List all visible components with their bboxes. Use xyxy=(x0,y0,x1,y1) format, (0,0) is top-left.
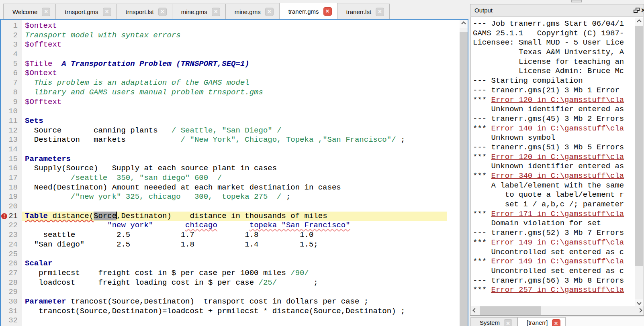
code-text: This problem is an adaptation of the GAM… xyxy=(22,78,249,88)
code-line-6[interactable]: 6$Ontext xyxy=(1,69,460,78)
scroll-up-icon[interactable] xyxy=(635,18,643,26)
line-number: 9 xyxy=(1,98,22,107)
line-number: 8 xyxy=(1,88,22,98)
tab-close-icon[interactable]: ✕ xyxy=(103,8,111,16)
code-line-8[interactable]: 8 library and GAMS users manual problem … xyxy=(1,88,460,98)
code-line-7[interactable]: 7 This problem is an adaptation of the G… xyxy=(1,78,460,88)
log-text-segment: *** xyxy=(473,210,491,218)
code-line-5[interactable]: 5$Title A Transportation Problem (TRNSPO… xyxy=(1,59,460,69)
tab-close-icon[interactable]: ✕ xyxy=(376,8,384,16)
scroll-down-icon[interactable] xyxy=(635,299,643,307)
code-line-10[interactable]: 10 xyxy=(1,107,460,116)
line-number: 31 xyxy=(1,307,22,316)
tab-close-icon[interactable]: ✕ xyxy=(42,8,50,16)
scroll-right-icon[interactable] xyxy=(636,306,644,314)
code-line-20[interactable]: 20 xyxy=(1,202,460,212)
tab-close-icon[interactable]: ✕ xyxy=(158,8,167,16)
code-line-17[interactable]: 17 /seattle 350, "san diego" 600 / xyxy=(1,173,460,183)
log-line-17: *** Error 340 in C:\gamsstuff\cla xyxy=(473,171,624,181)
scroll-left-icon[interactable] xyxy=(471,306,479,314)
tab-close-icon[interactable]: ✕ xyxy=(504,319,512,326)
log-line-19: to quote a label/element r xyxy=(473,190,624,200)
code-line-12[interactable]: 12 Source canning plants / Seattle, "San… xyxy=(1,126,460,136)
line-number: 2 xyxy=(1,31,22,41)
error-link[interactable]: Error 120 in C:\gamsstuff\cla xyxy=(491,96,624,104)
error-link[interactable]: Error 171 in C:\gamsstuff\cla xyxy=(491,210,624,218)
line-number: 12 xyxy=(1,126,22,136)
code-text: "new york" chicago topeka "San Francisco… xyxy=(22,221,350,230)
line-number: 6 xyxy=(1,69,22,78)
tab-label: [tranerr] xyxy=(527,319,548,326)
log-text-segment: *** xyxy=(473,124,491,133)
editor-vertical-scrollbar[interactable] xyxy=(460,20,468,326)
line-number: 14 xyxy=(1,145,22,155)
log-vertical-scrollbar[interactable] xyxy=(635,18,643,307)
editor-tab-trnsport.lst-2[interactable]: trnsport.lst✕ xyxy=(117,4,172,19)
code-line-4[interactable]: 4 xyxy=(1,50,460,59)
code-line-19[interactable]: 19 /"new york" 325, chicago 300, topeka … xyxy=(1,192,460,202)
code-line-29[interactable]: 29 xyxy=(1,287,460,297)
editor-tab-mine.gms-3[interactable]: mine.gms✕ xyxy=(172,4,226,19)
editor-tab-mine.gms-4[interactable]: mine.gms✕ xyxy=(226,4,279,19)
log-vscrollbar-thumb[interactable] xyxy=(635,26,643,266)
code-line-18[interactable]: 18 Need(Destinaton) Amount neeeded at ea… xyxy=(1,183,460,193)
code-line-11[interactable]: 11Sets xyxy=(1,116,460,126)
tab-close-icon[interactable]: ✕ xyxy=(552,319,560,326)
code-line-14[interactable]: 14 xyxy=(1,145,460,155)
code-area[interactable]: 1$ontext2Transport model with syntax err… xyxy=(1,21,460,326)
log-tab-System[interactable]: System✕ xyxy=(470,317,517,326)
error-link[interactable]: Error 140 in C:\gamsstuff\cla xyxy=(491,124,624,133)
code-line-2[interactable]: 2Transport model with syntax errors xyxy=(1,31,460,41)
code-line-21[interactable]: 21Table distance(Sorce,Destinaton) dista… xyxy=(1,212,460,221)
code-line-31[interactable]: 31 trancost(Source,Destinaton)=loadcost … xyxy=(1,307,460,316)
code-line-28[interactable]: 28 loadcost freight loading cost in $ pe… xyxy=(1,278,460,288)
tab-close-icon[interactable]: ✕ xyxy=(265,8,274,16)
line-number: 25 xyxy=(1,250,22,259)
log-horizontal-scrollbar[interactable] xyxy=(471,306,644,315)
code-text: Scalar xyxy=(22,259,52,269)
tab-close-icon[interactable]: ✕ xyxy=(212,8,220,16)
error-link[interactable]: Error 257 in C:\gamsstuff\cla xyxy=(491,285,624,294)
log-area[interactable]: --- Job tranerr.gms Start 06/04/1GAMS 25… xyxy=(470,17,644,316)
error-link[interactable]: Error 340 in C:\gamsstuff\cla xyxy=(491,171,624,180)
code-text xyxy=(22,316,25,326)
code-line-32[interactable]: 32 xyxy=(1,316,460,326)
code-line-30[interactable]: 30Parameter trancost(Source,Destinaton) … xyxy=(1,297,460,307)
code-line-27[interactable]: 27 prmilecst freight cost in $ per case … xyxy=(1,269,460,278)
line-number: 13 xyxy=(1,135,22,145)
code-line-24[interactable]: 24 "San diego" 2.5 1.8 1.4 1.5; xyxy=(1,240,460,250)
log-text-segment: *** xyxy=(473,171,491,180)
error-link[interactable]: Error 120 in C:\gamsstuff\cla xyxy=(491,153,624,161)
code-line-15[interactable]: 15Parameters xyxy=(1,155,460,164)
splitter-handle[interactable] xyxy=(571,0,582,2)
log-hscrollbar-thumb[interactable] xyxy=(480,306,541,315)
log-tab-[tranerr][interactable]: [tranerr]✕ xyxy=(517,317,566,326)
editor-tab-tranerr.lst-6[interactable]: tranerr.lst✕ xyxy=(337,4,390,19)
error-link[interactable]: Error 149 in C:\gamsstuff\cla xyxy=(491,238,624,247)
dock-float-icon[interactable] xyxy=(634,8,640,13)
scroll-up-icon[interactable] xyxy=(460,20,468,28)
editor-tab-tranerr.gms-5[interactable]: tranerr.gms✕ xyxy=(279,3,337,19)
log-text-segment: set i / a,b,c /; parameter xyxy=(473,200,624,209)
code-line-25[interactable]: 25 xyxy=(1,250,460,259)
code-text: trancost(Source,Destinaton)=loadcost + p… xyxy=(22,307,405,316)
code-line-9[interactable]: 9$Offtext xyxy=(1,98,460,107)
log-text: --- Job tranerr.gms Start 06/04/1GAMS 25… xyxy=(473,19,624,295)
output-title: Output xyxy=(474,7,493,14)
editor-tab-Welcome-0[interactable]: Welcome✕ xyxy=(3,4,56,19)
code-line-26[interactable]: 26Scalar xyxy=(1,259,460,269)
dock-close-icon[interactable]: ✕ xyxy=(641,7,644,14)
tab-close-icon[interactable]: ✕ xyxy=(323,7,332,16)
code-line-1[interactable]: 1$ontext xyxy=(1,21,460,31)
editor-tab-trnsport.gms-1[interactable]: trnsport.gms✕ xyxy=(56,4,117,19)
editor-scrollbar-thumb[interactable] xyxy=(460,32,468,326)
error-link[interactable]: Error 149 in C:\gamsstuff\cla xyxy=(491,257,624,266)
code-text xyxy=(22,250,25,259)
code-line-16[interactable]: 16 Supply(Source) Supply at each source … xyxy=(1,164,460,173)
log-line-2: GAMS 25.1.1 Copyright (C) 1987- xyxy=(473,29,624,39)
code-line-22[interactable]: 22 "new york" chicago topeka "San Franci… xyxy=(1,221,460,230)
code-line-23[interactable]: 23 seattle 2.5 1.7 1.8 1.0 xyxy=(1,230,460,240)
log-line-1: --- Job tranerr.gms Start 06/04/1 xyxy=(473,19,624,29)
code-line-13[interactable]: 13 Destinaton markets / "New York", Chic… xyxy=(1,135,460,145)
code-line-3[interactable]: 3$offtext xyxy=(1,40,460,50)
